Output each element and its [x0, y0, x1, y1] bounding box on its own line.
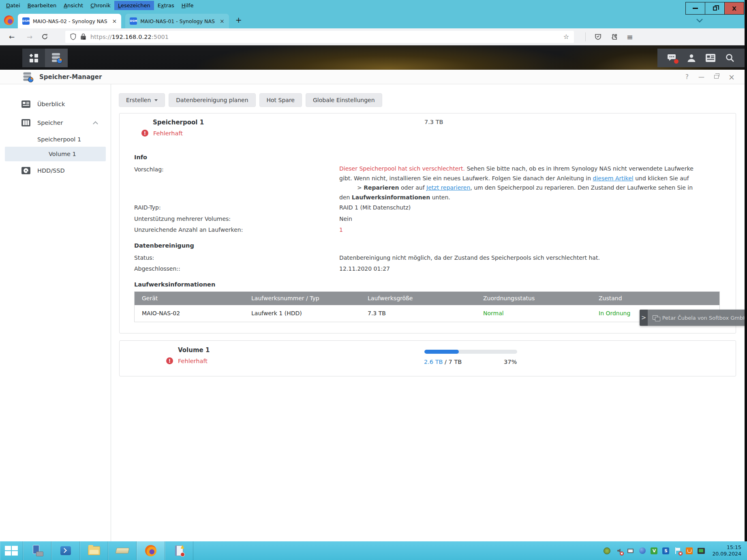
- overview-icon: [21, 100, 32, 108]
- tab-maio-nas-01[interactable]: DSM MAIO-NAS-01 - Synology NAS ×: [125, 14, 229, 28]
- tray-teamviewer-icon[interactable]: [638, 547, 646, 555]
- back-button[interactable]: ←: [6, 33, 18, 41]
- screen-right-edge: [745, 0, 747, 541]
- collapse-chevron-up-icon[interactable]: [94, 121, 98, 125]
- window-controls: X: [686, 2, 744, 15]
- menu-ansicht[interactable]: Ansicht: [60, 1, 87, 10]
- pocket-shield-icon[interactable]: [595, 33, 601, 40]
- minimize-button[interactable]: [685, 2, 705, 15]
- tab-close-icon[interactable]: ×: [220, 18, 225, 24]
- storage-manager-sidebar: Überblick Speicher Speicherpool 1 Volume…: [0, 84, 111, 541]
- menu-bearbeiten[interactable]: Bearbeiten: [24, 1, 60, 10]
- taskbar-firefox[interactable]: [137, 541, 165, 560]
- browser-addressbar: ← → https://192.168.0.22:5001 ☆: [0, 28, 747, 45]
- sidebar-item-speicher[interactable]: Speicher: [0, 113, 111, 132]
- volume-status: Fehlerhaft: [178, 358, 208, 364]
- taskbar-scanner-app[interactable]: [108, 541, 137, 560]
- tray-softbox-icon[interactable]: [603, 547, 611, 555]
- menu-chronik[interactable]: Chronik: [87, 1, 114, 10]
- window-minimize-button[interactable]: —: [698, 73, 704, 81]
- firefox-icon: [145, 545, 156, 556]
- schedule-scrubbing-button[interactable]: Datenbereinigung planen: [169, 93, 255, 107]
- insufficient-drives-value: 1: [339, 224, 698, 236]
- tray-remote-display-icon[interactable]: [697, 547, 705, 555]
- sidebar-item-volume-1[interactable]: Volume 1: [5, 147, 106, 161]
- volume-usage-fill: [424, 350, 459, 354]
- taskbar-server-manager[interactable]: [23, 541, 51, 560]
- sidebar-label: Speicher: [37, 120, 63, 126]
- tray-network-icon[interactable]: [627, 547, 634, 555]
- window-maximize-button[interactable]: [714, 75, 719, 79]
- taskbar-powershell[interactable]: [51, 541, 80, 560]
- tab-close-icon[interactable]: ×: [112, 18, 117, 24]
- tab-list-chevron-icon[interactable]: [696, 18, 704, 24]
- cell-drive-number: Laufwerk 1 (HDD): [251, 310, 368, 316]
- storage-icon: [21, 119, 32, 127]
- bookmark-star-icon[interactable]: ☆: [563, 33, 569, 41]
- url-text: https://192.168.0.22:5001: [90, 34, 169, 40]
- taskbar-clock[interactable]: 15:15 20.09.2024: [709, 544, 741, 557]
- error-badge-icon: !: [141, 130, 148, 137]
- extensions-puzzle-icon[interactable]: [610, 33, 618, 41]
- taskbar-file-explorer[interactable]: [80, 541, 108, 560]
- multi-volume-row: Unterstützung mehrerer Volumes: Nein: [134, 214, 722, 225]
- url-bar[interactable]: https://192.168.0.22:5001 ☆: [65, 31, 574, 43]
- firefox-icon[interactable]: [4, 15, 14, 25]
- create-button[interactable]: Erstellen: [119, 93, 165, 107]
- scrub-finished-value: 12.11.2020 01:27: [339, 263, 698, 275]
- server-manager-icon: [32, 545, 43, 556]
- tray-sophos-icon[interactable]: S: [662, 547, 670, 555]
- tab-maio-nas-02[interactable]: DSM MAIO-NAS-02 - Synology NAS ×: [18, 14, 121, 28]
- app-menu-icon[interactable]: ≡: [627, 32, 633, 41]
- dsm-main-menu-button[interactable]: [22, 49, 45, 67]
- pool-status: Fehlerhaft: [153, 130, 183, 137]
- tray-antivirus-icon[interactable]: V: [650, 547, 658, 555]
- drive-info-heading: Laufwerksinformationen: [134, 281, 722, 288]
- storage-pool-card[interactable]: Speicherpool 1 7.3 TB ! Fehlerhaft Info …: [119, 113, 736, 333]
- addressbar-right-icons: ≡: [585, 32, 633, 41]
- suggestion-label: Vorschlag:: [134, 164, 339, 202]
- close-icon: X: [732, 5, 736, 12]
- taskbar-notes-app[interactable]: [165, 541, 193, 560]
- multi-volume-value: Nein: [339, 214, 698, 225]
- tray-volume-muted-icon[interactable]: [615, 547, 623, 555]
- sidebar-label: HDD/SSD: [37, 167, 65, 174]
- reload-button[interactable]: [41, 33, 48, 40]
- tray-java-icon[interactable]: [685, 547, 693, 555]
- window-title: Speicher-Manager: [39, 73, 102, 81]
- window-close-button[interactable]: ×: [728, 73, 735, 81]
- close-button[interactable]: X: [724, 2, 744, 15]
- search-icon[interactable]: [725, 53, 735, 63]
- screen: Datei Bearbeiten Ansicht Chronik Lesezei…: [0, 0, 747, 560]
- lock-warning-icon[interactable]: [80, 33, 86, 40]
- link-diesem-artikel[interactable]: diesem Artikel: [593, 175, 634, 182]
- sidebar-item-speicherpool-1[interactable]: Speicherpool 1: [5, 132, 106, 147]
- new-tab-button[interactable]: +: [235, 15, 242, 24]
- menu-extras[interactable]: Extras: [154, 1, 178, 10]
- table-row[interactable]: MAIO-NAS-02 Laufwerk 1 (HDD) 7.3 TB Norm…: [135, 305, 719, 322]
- menu-lesezeichen[interactable]: Lesezeichen: [114, 1, 154, 10]
- presence-collapse-chevron[interactable]: >: [640, 310, 648, 326]
- link-jetzt-reparieren[interactable]: Jetzt reparieren: [426, 184, 470, 191]
- menu-hilfe[interactable]: Hilfe: [178, 1, 197, 10]
- notifications-icon[interactable]: [667, 53, 677, 63]
- dsm-storage-manager-task-button[interactable]: [45, 49, 68, 67]
- menu-datei[interactable]: Datei: [2, 1, 24, 10]
- global-settings-button[interactable]: Globale Einstellungen: [306, 93, 382, 107]
- start-button[interactable]: [0, 541, 23, 560]
- hot-spare-button[interactable]: Hot Spare: [259, 93, 302, 107]
- tray-action-center-flag-icon[interactable]: [674, 547, 681, 555]
- system-tray: V S 15:15 20.09.2024: [603, 541, 747, 560]
- hdd-icon: [21, 167, 32, 175]
- forward-button[interactable]: →: [24, 33, 36, 41]
- widgets-icon[interactable]: [705, 53, 716, 63]
- scrub-finished-row: Abgeschlossen:: 12.11.2020 01:27: [134, 263, 722, 275]
- maximize-button[interactable]: [705, 2, 725, 15]
- storage-manager-titlebar[interactable]: Speicher-Manager ? — ×: [0, 70, 747, 84]
- sidebar-item-ueberblick[interactable]: Überblick: [0, 95, 111, 113]
- shield-icon[interactable]: [70, 33, 76, 40]
- sidebar-item-hdd-ssd[interactable]: HDD/SSD: [0, 161, 111, 180]
- help-button[interactable]: ?: [685, 73, 689, 81]
- volume-card[interactable]: Volume 1 ! Fehlerhaft 2.6 TB / 7 TB 37%: [119, 340, 736, 376]
- user-account-icon[interactable]: [686, 53, 697, 63]
